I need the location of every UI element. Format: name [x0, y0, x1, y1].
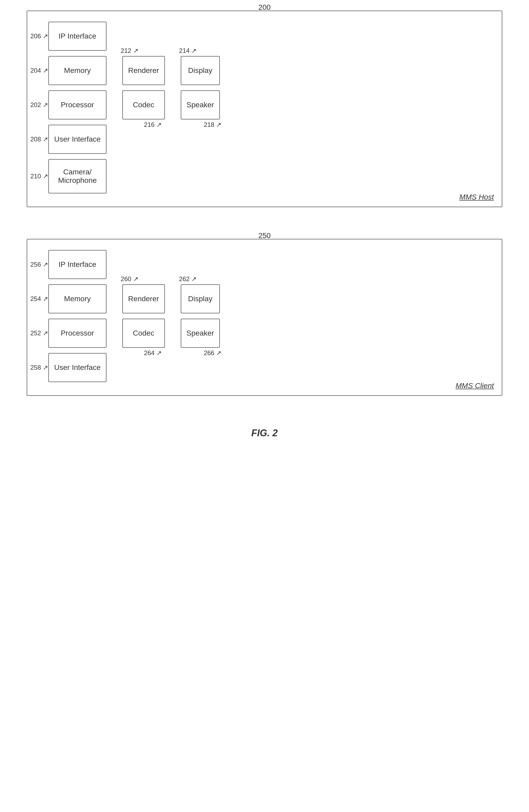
- diagram2-col-mid: 260 ↗ Renderer 264 ↗ Codec: [122, 250, 165, 348]
- display-host: 214 ↗ Display: [181, 56, 220, 85]
- diagram2-main-wrapper: 256 ↗ IP Interface 254 ↗ Memory 252 ↗ Pr…: [48, 250, 488, 382]
- diagram-mms-client: 250 256 ↗ IP Interface 254 ↗ Memory 252 …: [27, 239, 502, 396]
- renderer-client: 260 ↗ Renderer: [122, 284, 165, 314]
- ref-204: 204 ↗: [30, 67, 48, 74]
- diagram1-col-left: 206 ↗ IP Interface 204 ↗ Memory 202 ↗ Pr…: [48, 22, 106, 193]
- speaker-host: 218 ↗ Speaker: [181, 90, 220, 119]
- ref-216: 216 ↗: [144, 121, 162, 128]
- speaker-client: 266 ↗ Speaker: [181, 319, 220, 348]
- ref-252: 252 ↗: [30, 330, 48, 337]
- diagram2-box: 256 ↗ IP Interface 254 ↗ Memory 252 ↗ Pr…: [27, 239, 502, 396]
- diagram1-col-mid: 212 ↗ Renderer 216 ↗ Codec: [122, 22, 165, 119]
- ref-254: 254 ↗: [30, 295, 48, 303]
- memory-host: 204 ↗ Memory: [48, 56, 106, 85]
- user-interface-host: 208 ↗ User Interface: [48, 125, 106, 154]
- diagram1-col-right: 214 ↗ Display 218 ↗ Speaker: [181, 22, 220, 119]
- ref-206: 206 ↗: [30, 32, 48, 40]
- processor-client: 252 ↗ Processor: [48, 319, 106, 348]
- codec-host: 216 ↗ Codec: [122, 90, 165, 119]
- ref-214: 214 ↗: [179, 47, 197, 55]
- diagram-container: 200 206 ↗ IP Interface 204 ↗ Memory 202 …: [27, 11, 502, 439]
- ref-210: 210 ↗: [30, 173, 48, 180]
- diagram2-col-right: 262 ↗ Display 266 ↗ Speaker: [181, 250, 220, 348]
- diagram1-title: MMS Host: [459, 193, 494, 201]
- diagram2-title: MMS Client: [456, 381, 494, 390]
- codec-client: 264 ↗ Codec: [122, 319, 165, 348]
- processor-host: 202 ↗ Processor: [48, 90, 106, 119]
- ref-266: 266 ↗: [204, 349, 221, 357]
- ref-218: 218 ↗: [204, 121, 221, 128]
- user-interface-client: 258 ↗ User Interface: [48, 353, 106, 382]
- diagram1-main-wrapper: 206 ↗ IP Interface 204 ↗ Memory 202 ↗ Pr…: [48, 22, 488, 193]
- display-client: 262 ↗ Display: [181, 284, 220, 314]
- ref-258: 258 ↗: [30, 364, 48, 371]
- diagram1-box: 206 ↗ IP Interface 204 ↗ Memory 202 ↗ Pr…: [27, 11, 502, 207]
- figure-label: FIG. 2: [251, 427, 278, 439]
- camera-microphone-host: 210 ↗ Camera/ Microphone: [48, 159, 106, 193]
- diagram2-col-left: 256 ↗ IP Interface 254 ↗ Memory 252 ↗ Pr…: [48, 250, 106, 382]
- ref-256: 256 ↗: [30, 261, 48, 268]
- renderer-host: 212 ↗ Renderer: [122, 56, 165, 85]
- diagram-mms-host: 200 206 ↗ IP Interface 204 ↗ Memory 202 …: [27, 11, 502, 207]
- ref-202: 202 ↗: [30, 101, 48, 108]
- ref-208: 208 ↗: [30, 135, 48, 143]
- ip-interface-client: 256 ↗ IP Interface: [48, 250, 106, 279]
- ref-264: 264 ↗: [144, 349, 162, 357]
- ref-212: 212 ↗: [121, 47, 138, 55]
- ref-262: 262 ↗: [179, 275, 197, 283]
- memory-client: 254 ↗ Memory: [48, 284, 106, 314]
- ip-interface-host: 206 ↗ IP Interface: [48, 22, 106, 51]
- ref-260: 260 ↗: [121, 275, 138, 283]
